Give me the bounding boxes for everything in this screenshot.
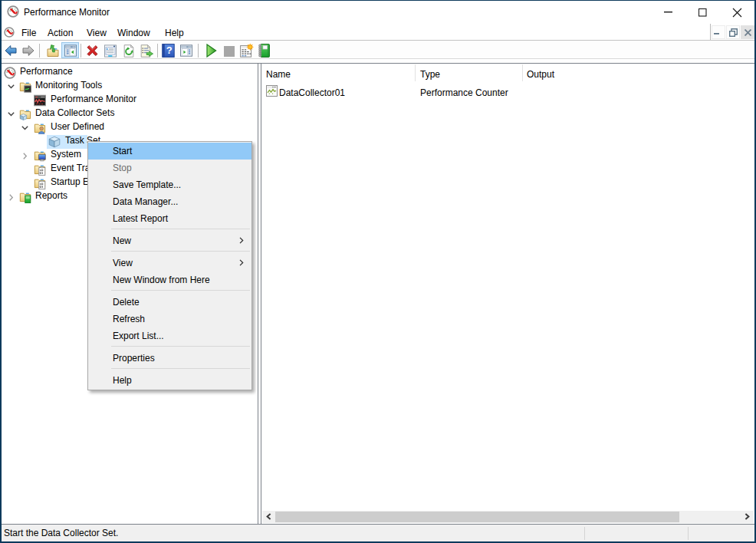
svg-text:?: ? — [166, 44, 173, 56]
